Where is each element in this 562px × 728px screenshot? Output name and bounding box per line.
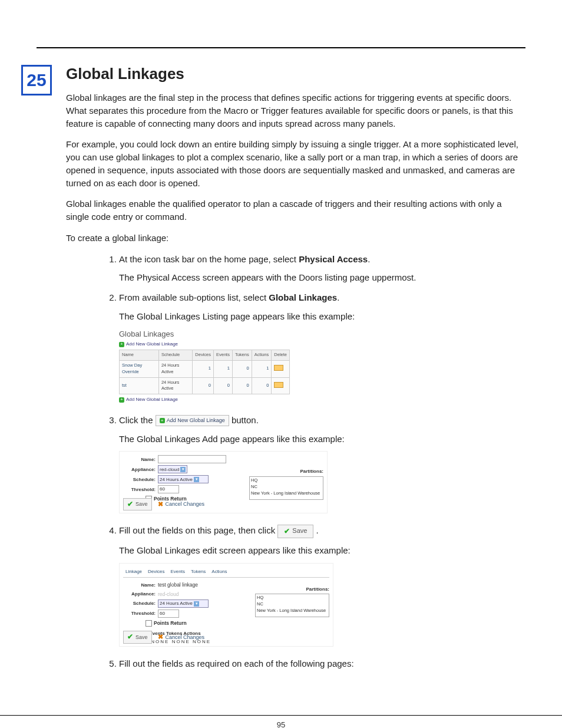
save-button[interactable]: ✔ Save bbox=[123, 498, 152, 510]
delete-icon bbox=[274, 382, 283, 388]
partitions-label: Partitions: bbox=[255, 586, 329, 593]
tab-actions[interactable]: Actions bbox=[211, 568, 227, 575]
threshold-label: Threshold: bbox=[123, 610, 156, 617]
step-subtext: The Global Linkages Listing page appears… bbox=[119, 310, 525, 323]
schedule-select[interactable]: 24 Hours Active▾ bbox=[158, 599, 209, 608]
step-text: Fill out the fields as required on each … bbox=[119, 658, 354, 668]
save-label: Save bbox=[292, 526, 307, 536]
add-new-linkage-link[interactable]: + Add New Global Linkage bbox=[119, 341, 290, 348]
col-schedule[interactable]: Schedule bbox=[158, 350, 192, 360]
appliance-label: Appliance: bbox=[123, 466, 156, 473]
threshold-label: Threshold: bbox=[123, 486, 156, 493]
row-devices: 0 bbox=[193, 377, 214, 394]
appliance-value: red-cloud bbox=[158, 591, 178, 598]
tab-linkage[interactable]: Linkage bbox=[125, 568, 142, 575]
partition-option[interactable]: New York - Long Island Warehouse bbox=[251, 490, 322, 497]
button-label: Add New Global Linkage bbox=[167, 417, 225, 424]
tab-devices[interactable]: Devices bbox=[148, 568, 164, 575]
save-button[interactable]: ✔ Save bbox=[123, 631, 152, 643]
partitions-listbox[interactable]: HQ NC New York - Long Island Warehouse bbox=[249, 476, 323, 500]
step-text: Fill out the fields on this page, then c… bbox=[119, 525, 277, 535]
points-return-label: Points Return bbox=[154, 620, 187, 627]
plus-icon: + bbox=[119, 342, 124, 347]
plus-icon: + bbox=[119, 397, 124, 403]
add-new-linkage-button[interactable]: + Add New Global Linkage bbox=[156, 415, 229, 426]
body-para: For example, you could lock down an enti… bbox=[66, 138, 525, 189]
partitions-listbox[interactable]: HQ NC New York - Long Island Warehouse bbox=[255, 594, 329, 617]
step-text: From available sub-options list, select bbox=[119, 292, 269, 302]
row-events: 0 bbox=[213, 377, 232, 394]
save-label: Save bbox=[135, 634, 148, 641]
partition-option[interactable]: NC bbox=[257, 601, 328, 608]
partition-option[interactable]: HQ bbox=[257, 595, 328, 601]
step-3: Click the + Add New Global Linkage butto… bbox=[119, 414, 525, 514]
save-button[interactable]: ✔ Save bbox=[277, 525, 313, 538]
points-return-checkbox[interactable] bbox=[146, 620, 152, 627]
step-text: . bbox=[337, 292, 339, 302]
chevron-down-icon: ▾ bbox=[180, 467, 186, 472]
name-label: Name: bbox=[123, 582, 156, 589]
step-text: Click the bbox=[119, 415, 156, 425]
row-delete[interactable] bbox=[272, 377, 290, 394]
cancel-button[interactable]: ✖ Cancel Changes bbox=[158, 500, 205, 509]
chevron-down-icon: ▾ bbox=[194, 477, 199, 482]
add-new-linkage-link[interactable]: + Add New Global Linkage bbox=[119, 396, 290, 403]
step-text: button. bbox=[232, 415, 259, 425]
partition-option[interactable]: New York - Long Island Warehouse bbox=[257, 608, 328, 614]
col-actions[interactable]: Actions bbox=[252, 350, 272, 360]
figure-title: Global Linkages bbox=[119, 329, 290, 340]
body-para: Global linkages enable the qualified ope… bbox=[66, 197, 525, 223]
step-4: Fill out the fields on this page, then c… bbox=[119, 524, 525, 646]
figure-listing: Global Linkages + Add New Global Linkage… bbox=[119, 329, 290, 403]
row-schedule: 24 Hours Active bbox=[158, 377, 192, 394]
step-text: At the icon task bar on the home page, s… bbox=[119, 254, 299, 264]
row-events: 1 bbox=[213, 360, 232, 377]
tab-events[interactable]: Events bbox=[170, 568, 184, 575]
step-subtext: The Global Linkages Add page appears lik… bbox=[119, 433, 525, 446]
row-name-link[interactable]: Snow Day Override bbox=[120, 360, 159, 377]
add-link-label: Add New Global Linkage bbox=[126, 396, 178, 403]
name-input[interactable] bbox=[158, 455, 226, 463]
tab-tokens[interactable]: Tokens bbox=[191, 568, 206, 575]
linkages-table: Name Schedule Devices Events Tokens Acti… bbox=[119, 350, 290, 394]
check-icon: ✔ bbox=[127, 632, 133, 642]
appliance-select[interactable]: red-cloud▾ bbox=[158, 465, 187, 473]
delete-icon bbox=[274, 365, 283, 371]
schedule-label: Schedule: bbox=[123, 600, 156, 607]
page-number: 95 bbox=[277, 720, 285, 728]
step-5: Fill out the fields as required on each … bbox=[119, 657, 525, 670]
row-delete[interactable] bbox=[272, 360, 290, 377]
table-row: tst 24 Hours Active 0 0 0 0 bbox=[120, 377, 290, 394]
chapter-number-box: 25 bbox=[21, 65, 52, 95]
save-label: Save bbox=[135, 500, 148, 508]
step-text: . bbox=[316, 525, 319, 535]
name-label: Name: bbox=[123, 456, 156, 463]
col-devices[interactable]: Devices bbox=[193, 350, 214, 360]
cancel-button[interactable]: ✖ Cancel Changes bbox=[158, 633, 205, 642]
col-events[interactable]: Events bbox=[213, 350, 232, 360]
partition-option[interactable]: HQ bbox=[251, 477, 322, 484]
name-value: test global linkage bbox=[158, 581, 198, 588]
figure-edit-form: Linkage Devices Events Tokens Actions Na… bbox=[119, 563, 333, 647]
x-icon: ✖ bbox=[158, 633, 163, 642]
threshold-input[interactable]: 60 bbox=[158, 610, 179, 618]
row-actions: 0 bbox=[252, 377, 272, 394]
col-delete: Delete bbox=[272, 350, 290, 360]
schedule-value: 24 Hours Active bbox=[160, 476, 193, 483]
threshold-input[interactable]: 60 bbox=[158, 485, 179, 493]
row-actions: 1 bbox=[252, 360, 272, 377]
bold-term: Physical Access bbox=[299, 254, 368, 264]
figure-add-form: Name: Appliance: red-cloud▾ Schedule: 24… bbox=[119, 451, 328, 513]
schedule-select[interactable]: 24 Hours Active▾ bbox=[158, 475, 209, 483]
row-name-link[interactable]: tst bbox=[120, 377, 159, 394]
bold-term: Global Linkages bbox=[269, 292, 337, 302]
col-name[interactable]: Name bbox=[120, 350, 159, 360]
row-tokens: 0 bbox=[232, 360, 252, 377]
col-tokens[interactable]: Tokens bbox=[232, 350, 252, 360]
partitions-label: Partitions: bbox=[249, 468, 323, 475]
row-tokens: 0 bbox=[232, 377, 252, 394]
check-icon: ✔ bbox=[127, 499, 133, 509]
check-icon: ✔ bbox=[284, 526, 290, 536]
page-title: Global Linkages bbox=[66, 65, 525, 83]
partition-option[interactable]: NC bbox=[251, 484, 322, 490]
